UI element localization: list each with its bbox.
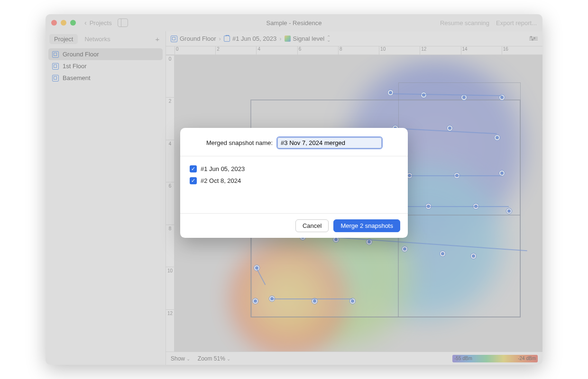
heatmap-icon: [285, 36, 291, 42]
window-controls: [51, 20, 76, 26]
app-window: ‹ Projects Sample - Residence Resume sca…: [46, 14, 542, 365]
close-window[interactable]: [51, 20, 57, 26]
titlebar: ‹ Projects Sample - Residence Resume sca…: [46, 14, 542, 31]
back-to-projects[interactable]: ‹ Projects: [84, 19, 112, 27]
sidebar-item-1st-floor[interactable]: 1st Floor: [48, 60, 163, 72]
snapshot-checklist: ✓ #1 Jun 05, 2023 ✓ #2 Oct 8, 2024: [180, 156, 408, 213]
floor-icon: [52, 75, 59, 81]
resume-scanning-button[interactable]: Resume scanning: [440, 19, 489, 27]
floor-label: Basement: [63, 74, 91, 81]
signal-legend: -55 dBm -24 dBm: [452, 355, 538, 362]
view-settings-icon[interactable]: [529, 36, 538, 42]
sidebar-toggle-icon[interactable]: [118, 18, 128, 27]
sidebar-item-basement[interactable]: Basement: [48, 72, 163, 84]
floor-label: 1st Floor: [63, 63, 87, 70]
sidebar-item-ground-floor[interactable]: Ground Floor: [48, 48, 163, 60]
statusbar: Show Zoom 51% -55 dBm -24 dBm: [166, 352, 542, 365]
chevron-left-icon: ‹: [84, 19, 87, 27]
floor-icon: [52, 63, 59, 70]
tab-project[interactable]: Project: [49, 34, 78, 44]
zoom-menu[interactable]: Zoom 51%: [198, 355, 230, 362]
floor-icon: [171, 36, 177, 42]
snapshot-row[interactable]: ✓ #2 Oct 8, 2024: [189, 175, 399, 187]
maximize-window[interactable]: [70, 20, 76, 26]
window-title: Sample - Residence: [266, 19, 322, 27]
merged-name-label: Merged snapshot name:: [206, 139, 273, 146]
ruler-vertical: 0 2 4 6 8 10 12: [166, 55, 175, 352]
snapshot-icon: [224, 36, 230, 42]
cancel-button[interactable]: Cancel: [295, 219, 329, 232]
legend-max: -24 dBm: [518, 356, 536, 361]
legend-min: -55 dBm: [454, 356, 472, 361]
back-label: Projects: [90, 19, 112, 27]
sidebar-tabs: Project Networks +: [46, 31, 165, 46]
floor-icon: [52, 51, 59, 58]
breadcrumb-floor[interactable]: Ground Floor: [171, 35, 216, 42]
snapshot-row[interactable]: ✓ #1 Jun 05, 2023: [189, 163, 399, 175]
snapshot-label: #1 Jun 05, 2023: [201, 165, 245, 172]
toolbar-actions: Resume scanning Export report...: [440, 19, 537, 27]
show-menu[interactable]: Show: [171, 355, 190, 362]
ruler-horizontal: 0 2 4 6 8 10 12 14 16: [166, 46, 542, 55]
add-floor-button[interactable]: +: [153, 35, 162, 43]
merge-snapshots-button[interactable]: Merge 2 snapshots: [333, 219, 400, 232]
checkbox-checked-icon[interactable]: ✓: [190, 165, 197, 172]
chevron-right-icon: ›: [279, 35, 281, 42]
breadcrumb-snapshot[interactable]: #1 Jun 05, 2023: [224, 35, 276, 42]
updown-icon: ⌃⌄: [327, 36, 331, 42]
tab-networks[interactable]: Networks: [80, 34, 115, 44]
breadcrumb-visualization[interactable]: Signal level ⌃⌄: [285, 35, 331, 42]
merge-snapshots-dialog: Merged snapshot name: ✓ #1 Jun 05, 2023 …: [180, 128, 408, 238]
floor-label: Ground Floor: [63, 51, 99, 58]
breadcrumb: Ground Floor › #1 Jun 05, 2023 › Signal …: [166, 31, 542, 46]
checkbox-checked-icon[interactable]: ✓: [190, 177, 197, 184]
snapshot-label: #2 Oct 8, 2024: [201, 177, 241, 184]
merged-name-input[interactable]: [277, 137, 382, 148]
chevron-right-icon: ›: [219, 35, 221, 42]
sidebar: Project Networks + Ground Floor 1st Floo…: [46, 31, 166, 365]
minimize-window[interactable]: [61, 20, 66, 26]
export-report-button[interactable]: Export report...: [496, 19, 537, 27]
floor-list: Ground Floor 1st Floor Basement: [46, 46, 165, 86]
